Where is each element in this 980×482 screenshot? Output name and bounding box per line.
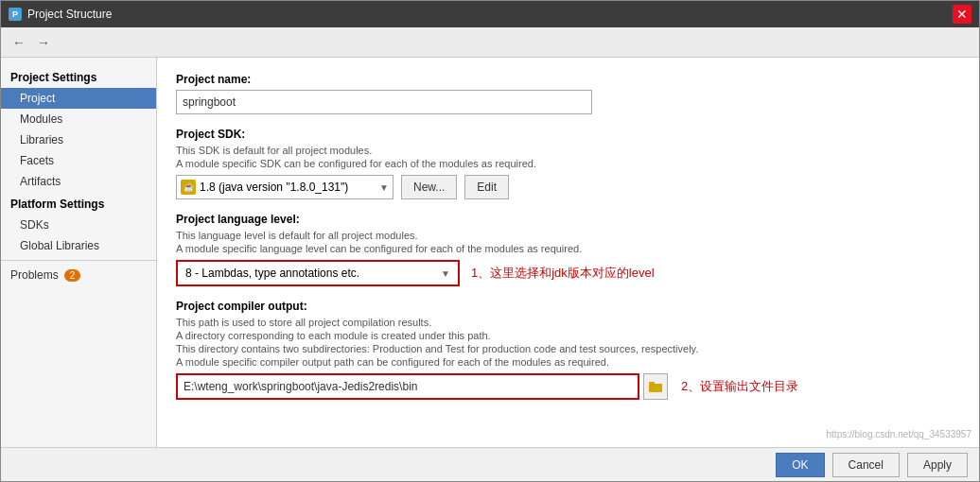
sdk-select[interactable]: ☕ 1.8 (java version "1.8.0_131") ▼ <box>176 175 394 199</box>
back-button[interactable]: ← <box>9 32 29 53</box>
sidebar-item-global-libraries[interactable]: Global Libraries <box>1 235 156 256</box>
folder-icon <box>649 381 662 392</box>
compiler-annotation: 2、设置输出文件目录 <box>681 378 798 395</box>
project-name-label: Project name: <box>176 73 960 86</box>
project-compiler-desc1: This path is used to store all project c… <box>176 317 960 328</box>
sdk-row: ☕ 1.8 (java version "1.8.0_131") ▼ New..… <box>176 175 960 199</box>
project-settings-section: Project Settings <box>1 65 156 88</box>
sidebar-item-project[interactable]: Project <box>1 88 156 109</box>
svg-rect-1 <box>649 382 655 386</box>
sidebar-item-modules[interactable]: Modules <box>1 109 156 129</box>
project-language-section: Project language level: This language le… <box>176 213 960 286</box>
sidebar-divider <box>1 260 156 261</box>
app-icon: P <box>9 8 22 21</box>
language-value: 8 - Lambdas, type annotations etc. <box>185 267 359 280</box>
compiler-output-input[interactable] <box>176 373 639 400</box>
language-annotation: 1、这里选择和jdk版本对应的level <box>471 265 655 282</box>
sdk-new-button[interactable]: New... <box>401 175 457 199</box>
window-title: Project Structure <box>27 8 112 21</box>
problems-row[interactable]: Problems 2 <box>1 265 156 285</box>
project-sdk-label: Project SDK: <box>176 128 960 141</box>
compiler-output-row: 2、设置输出文件目录 <box>176 373 960 400</box>
project-sdk-desc1: This SDK is default for all project modu… <box>176 145 960 156</box>
sdk-edit-button[interactable]: Edit <box>464 175 509 199</box>
project-structure-window: P Project Structure ✕ ← → Project Settin… <box>0 0 980 482</box>
cancel-button[interactable]: Cancel <box>832 453 900 477</box>
problems-label: Problems <box>10 268 59 282</box>
sidebar-item-libraries[interactable]: Libraries <box>1 129 156 150</box>
title-bar: P Project Structure ✕ <box>1 1 979 27</box>
language-dropdown-arrow: ▼ <box>441 268 450 279</box>
language-select[interactable]: 8 - Lambdas, type annotations etc. ▼ <box>176 260 460 286</box>
sidebar-item-sdks[interactable]: SDKs <box>1 215 156 235</box>
project-compiler-desc3: This directory contains two subdirectori… <box>176 343 960 354</box>
watermark: https://blog.csdn.net/qq_34533957 <box>827 429 971 439</box>
sdk-value: 1.8 (java version "1.8.0_131") <box>200 181 348 194</box>
project-language-desc1: This language level is default for all p… <box>176 230 960 241</box>
sidebar-item-facets[interactable]: Facets <box>1 150 156 171</box>
sidebar-item-artifacts[interactable]: Artifacts <box>1 171 156 192</box>
apply-button[interactable]: Apply <box>907 453 968 477</box>
project-compiler-label: Project compiler output: <box>176 300 960 313</box>
content-area: Project Settings Project Modules Librari… <box>1 58 979 447</box>
project-sdk-desc2: A module specific SDK can be configured … <box>176 158 960 169</box>
project-compiler-desc4: A module specific compiler output path c… <box>176 356 960 368</box>
title-bar-left: P Project Structure <box>9 8 112 21</box>
sdk-icon: ☕ <box>181 180 196 195</box>
project-sdk-section: Project SDK: This SDK is default for all… <box>176 128 960 199</box>
platform-settings-section: Platform Settings <box>1 192 156 215</box>
sdk-select-inner: ☕ 1.8 (java version "1.8.0_131") <box>181 180 379 195</box>
project-name-section: Project name: <box>176 73 960 114</box>
folder-button[interactable] <box>643 373 668 400</box>
project-compiler-desc2: A directory corresponding to each module… <box>176 330 960 341</box>
ok-button[interactable]: OK <box>776 453 824 477</box>
project-language-desc2: A module specific language level can be … <box>176 243 960 254</box>
bottom-bar: OK Cancel Apply <box>1 447 979 481</box>
sidebar: Project Settings Project Modules Librari… <box>1 58 157 447</box>
project-compiler-section: Project compiler output: This path is us… <box>176 300 960 400</box>
project-name-input[interactable] <box>176 90 592 114</box>
toolbar: ← → <box>1 27 979 58</box>
forward-button[interactable]: → <box>33 32 54 53</box>
close-button[interactable]: ✕ <box>953 5 971 24</box>
sdk-dropdown-arrow: ▼ <box>379 182 389 193</box>
problems-badge: 2 <box>64 269 81 282</box>
project-language-label: Project language level: <box>176 213 960 226</box>
main-content: Project name: Project SDK: This SDK is d… <box>157 58 979 447</box>
